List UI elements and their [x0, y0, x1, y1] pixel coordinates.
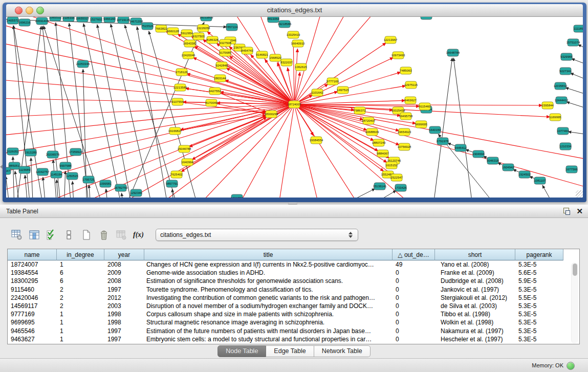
float-panel-icon[interactable] — [562, 207, 571, 215]
network-node[interactable]: 1527602 — [90, 17, 102, 23]
network-node[interactable]: 1101642 — [312, 89, 324, 96]
network-node[interactable]: 22420046 — [182, 52, 195, 59]
delete-table-icon[interactable] — [115, 229, 127, 242]
delete-columns-icon[interactable] — [97, 229, 110, 242]
network-node[interactable]: 12213589 — [173, 84, 187, 91]
network-node[interactable]: 8113044 — [421, 17, 433, 19]
network-node[interactable]: 9699695 — [415, 121, 427, 128]
network-node[interactable]: 9777169 — [326, 78, 339, 85]
network-node[interactable]: 15751074 — [567, 39, 580, 46]
network-node[interactable]: 1169995 — [550, 114, 562, 121]
network-node[interactable]: 10688609 — [365, 128, 379, 136]
network-node[interactable]: 2105334 — [62, 17, 75, 21]
network-node[interactable]: 9107554 — [171, 98, 184, 105]
network-edge[interactable] — [296, 108, 368, 198]
column-header[interactable]: year — [104, 249, 144, 260]
network-edge[interactable] — [358, 190, 396, 198]
network-node[interactable]: 20691406 — [35, 17, 49, 25]
network-edge[interactable] — [43, 177, 46, 198]
table-row[interactable]: 1456911722003Disruption of a novel membe… — [8, 302, 579, 310]
network-edge[interactable] — [69, 23, 90, 198]
network-node[interactable]: 9227341 — [559, 68, 572, 75]
network-node[interactable]: 19218586 — [278, 20, 292, 28]
network-node[interactable]: 9463627 — [404, 97, 417, 104]
scrollbar-thumb[interactable] — [573, 264, 577, 276]
network-node[interactable]: 2522547 — [390, 174, 403, 181]
network-edge[interactable] — [565, 87, 583, 97]
network-node[interactable]: 1145194 — [51, 171, 63, 178]
table-row[interactable]: 946362711997Embryonic stem cells: a mode… — [8, 335, 579, 343]
column-header[interactable]: in_degree — [57, 249, 104, 260]
network-node[interactable]: 9146821 — [256, 51, 268, 58]
network-edge[interactable] — [295, 17, 328, 100]
tab-network-table[interactable]: Network Table — [314, 345, 371, 357]
network-node[interactable]: 1292346 — [130, 189, 142, 196]
select-all-icon[interactable] — [45, 229, 58, 242]
network-node[interactable]: 2803144 — [214, 75, 226, 82]
network-edge[interactable] — [568, 132, 583, 135]
network-edge[interactable] — [571, 59, 583, 67]
network-node[interactable]: 16640910 — [291, 40, 305, 47]
table-row[interactable]: 1938455462009Genome-wide association stu… — [8, 269, 579, 277]
column-header[interactable]: title — [144, 249, 393, 260]
network-edge[interactable] — [31, 158, 33, 198]
network-node[interactable]: 10756928 — [398, 143, 411, 150]
network-node[interactable]: 18807249 — [372, 139, 386, 146]
network-node[interactable]: 12042757 — [36, 168, 50, 176]
network-node[interactable]: 1696216 — [18, 19, 31, 26]
network-node[interactable]: 2026051 — [7, 148, 19, 155]
network-node[interactable]: 1615152 — [385, 162, 398, 169]
network-node[interactable]: 1604942 — [502, 164, 514, 171]
network-node[interactable]: 9427552 — [209, 87, 221, 95]
network-node[interactable]: 1733426 — [395, 184, 407, 191]
network-node[interactable]: 16648784 — [446, 49, 460, 56]
network-node[interactable]: 1904694 — [472, 150, 485, 158]
table-row[interactable]: 977716911998Corpus callosum shape and si… — [8, 310, 579, 318]
network-edge[interactable] — [298, 72, 401, 103]
network-edge[interactable] — [293, 40, 294, 100]
network-node[interactable]: 10719135 — [117, 17, 130, 24]
network-node[interactable]: 5912954 — [181, 30, 193, 37]
network-edge[interactable] — [6, 105, 290, 180]
network-node[interactable]: 9175685 — [219, 49, 231, 56]
network-edge[interactable] — [453, 58, 473, 198]
column-header[interactable]: pagerank — [515, 249, 563, 260]
network-edge[interactable] — [191, 117, 267, 160]
table-row[interactable]: 969969511998Structural magnetic resonanc… — [8, 318, 579, 326]
network-edge[interactable] — [226, 68, 291, 103]
network-node[interactable]: 9857791 — [166, 180, 178, 187]
network-edge[interactable] — [106, 189, 108, 198]
network-node[interactable]: 16543382 — [183, 40, 197, 47]
table-mode-icon[interactable] — [10, 229, 23, 242]
tab-node-table[interactable]: Node Table — [217, 345, 266, 357]
left-panel-collapse-arrow-icon[interactable] — [0, 165, 3, 169]
network-node[interactable]: 7625402 — [170, 171, 183, 178]
network-node[interactable]: 12035832 — [554, 82, 568, 90]
network-node[interactable]: 391547 — [6, 167, 11, 174]
network-node[interactable]: 18724007 — [288, 101, 301, 108]
network-node[interactable]: 9046318 — [487, 157, 499, 164]
table-row[interactable]: 1872400712008Changes of HCN gene express… — [8, 260, 579, 269]
table-row[interactable]: 2242004622012Investigating the contribut… — [8, 294, 579, 302]
network-node[interactable]: 12213967 — [384, 36, 398, 43]
network-node[interactable]: 7857224 — [226, 24, 238, 31]
network-edge[interactable] — [83, 24, 123, 198]
network-node[interactable]: 19495758 — [399, 113, 413, 120]
show-columns-icon[interactable] — [28, 229, 40, 242]
network-node[interactable]: 1924502 — [518, 171, 531, 178]
network-node[interactable]: 2405572 — [7, 17, 19, 24]
network-node[interactable]: 9242848 — [215, 62, 228, 69]
network-node[interactable]: 1081107 — [534, 177, 547, 184]
network-node[interactable]: 10973493 — [391, 52, 405, 59]
network-node[interactable]: 18720407 — [362, 117, 376, 124]
network-node[interactable]: 8813054 — [267, 17, 279, 23]
network-node[interactable]: 9329965 — [560, 53, 573, 60]
clear-selection-icon[interactable] — [62, 229, 75, 242]
network-node[interactable]: 15046788 — [178, 145, 191, 152]
network-edge[interactable] — [89, 185, 91, 198]
network-node[interactable]: 19166827 — [168, 127, 182, 135]
network-node[interactable]: 9327503 — [192, 33, 205, 40]
network-edge[interactable] — [97, 25, 133, 198]
function-builder-icon[interactable]: f(x) — [132, 229, 145, 242]
window-resize-grip[interactable] — [576, 190, 583, 198]
